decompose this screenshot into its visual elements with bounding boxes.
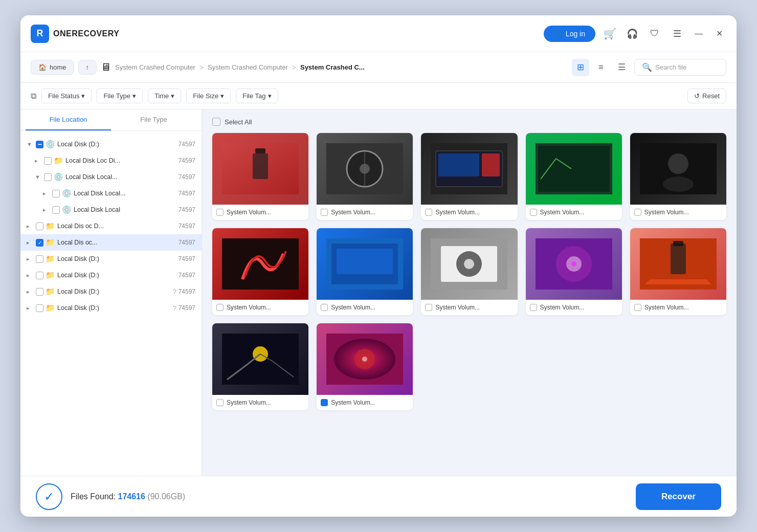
tree-item[interactable]: ▼💿Local Disk Local...74597	[20, 169, 202, 185]
shield-icon[interactable]: 🛡	[647, 26, 663, 42]
tree-checkbox[interactable]	[36, 304, 43, 312]
file-card[interactable]: System Volum...	[317, 323, 413, 410]
list-view-button[interactable]: ≡	[592, 59, 610, 76]
question-icon[interactable]: ?	[172, 288, 176, 296]
file-checkbox[interactable]	[530, 209, 537, 216]
tree-item[interactable]: ▸📁Local Disk Loc Di...74597	[20, 152, 202, 169]
close-button[interactable]: ✕	[712, 27, 726, 41]
tree-checkbox[interactable]	[36, 223, 43, 230]
item-name: Local Dis oc D...	[57, 223, 176, 230]
file-thumbnail	[212, 228, 308, 300]
expand-arrow[interactable]: ▸	[27, 272, 34, 279]
file-card[interactable]: System Volum...	[317, 228, 413, 315]
tree-item[interactable]: ▸✓📁Local Dis oc...74597	[20, 234, 202, 251]
file-checkbox[interactable]	[321, 399, 328, 406]
tree-item[interactable]: ▸📁Local Disk (D:)?74597	[20, 300, 202, 316]
tree-item[interactable]: ▸💿Local Disk Local74597	[20, 202, 202, 218]
file-label: System Volum...	[630, 300, 726, 315]
tree-item[interactable]: ▸💿Local Disk Local...74597	[20, 185, 202, 202]
tree-item[interactable]: ▸📁Local Disk (D:)74597	[20, 251, 202, 267]
app-window: R ONERECOVERY Log in 🛒 🎧 🛡 ☰ — ✕ 🏠 home …	[20, 15, 737, 517]
tab-file-location[interactable]: File Location	[26, 109, 111, 130]
tree-item[interactable]: ▼−💿Local Disk (D:)74597	[20, 136, 202, 152]
file-tag-filter[interactable]: File Tag ▾	[236, 88, 278, 103]
cart-icon[interactable]: 🛒	[602, 26, 618, 42]
file-card[interactable]: System Volum...	[421, 228, 517, 315]
file-card[interactable]: System Volum...	[630, 228, 726, 315]
file-checkbox[interactable]	[216, 209, 224, 216]
file-checkbox[interactable]	[634, 209, 641, 216]
file-checkbox[interactable]	[425, 304, 432, 311]
file-card[interactable]: System Volum...	[526, 133, 622, 220]
item-count: 74597	[179, 304, 195, 312]
item-count: 74597	[179, 157, 195, 164]
file-card[interactable]: System Volum...	[212, 323, 308, 410]
file-card[interactable]: System Volum...	[526, 228, 622, 315]
reset-button[interactable]: ↺ Reset	[687, 88, 726, 103]
file-type-filter[interactable]: File Type ▾	[97, 88, 143, 103]
file-card[interactable]: System Volum...	[212, 133, 308, 220]
breadcrumb-item-1[interactable]: System Crashed Computer	[115, 63, 195, 71]
menu-icon[interactable]: ☰	[669, 26, 685, 42]
up-button[interactable]: ↑	[78, 60, 97, 75]
file-checkbox[interactable]	[321, 304, 328, 311]
file-checkbox[interactable]	[425, 209, 432, 216]
filter-icon: ⧉	[31, 92, 36, 101]
expand-arrow[interactable]: ▸	[27, 223, 34, 230]
file-card[interactable]: System Volum...	[317, 133, 413, 220]
tree-checkbox[interactable]	[36, 272, 43, 279]
file-checkbox[interactable]	[321, 209, 328, 216]
expand-arrow[interactable]: ▸	[43, 190, 50, 197]
tree-checkbox[interactable]	[36, 255, 43, 263]
search-box[interactable]: 🔍 Search file	[634, 59, 726, 76]
file-checkbox[interactable]	[216, 304, 224, 311]
tree-checkbox[interactable]	[44, 157, 52, 165]
file-card[interactable]: System Volum...	[630, 133, 726, 220]
file-checkbox[interactable]	[530, 304, 537, 311]
expand-arrow[interactable]: ▼	[35, 174, 42, 180]
tree-checkbox[interactable]	[52, 206, 60, 214]
tree-checkbox[interactable]	[44, 173, 52, 181]
reset-icon: ↺	[694, 92, 700, 100]
tree-checkbox[interactable]	[36, 288, 43, 296]
file-card[interactable]: System Volum...	[212, 228, 308, 315]
headset-icon[interactable]: 🎧	[624, 26, 640, 42]
expand-arrow[interactable]: ▸	[27, 239, 34, 246]
file-size-filter[interactable]: File Size ▾	[186, 88, 231, 103]
home-button[interactable]: 🏠 home	[31, 60, 74, 75]
grid-view-button[interactable]: ⊞	[572, 59, 589, 76]
detail-view-button[interactable]: ☰	[613, 59, 630, 76]
tree-checkbox[interactable]: −	[36, 141, 43, 148]
tree-checkbox[interactable]	[52, 190, 60, 197]
files-count: 174616	[118, 492, 145, 501]
item-icon: 📁	[54, 156, 63, 165]
files-found-label: Files Found:	[71, 492, 116, 501]
question-icon[interactable]: ?	[172, 304, 176, 312]
main-content: File Location File Type ▼−💿Local Disk (D…	[20, 109, 737, 476]
tree-item[interactable]: ▸📁Local Dis oc D...74597	[20, 218, 202, 234]
expand-arrow[interactable]: ▸	[35, 158, 42, 164]
recover-button[interactable]: Recover	[636, 483, 721, 510]
login-button[interactable]: Log in	[544, 26, 595, 42]
item-name: Local Disk Loc Di...	[65, 157, 176, 164]
tab-file-type[interactable]: File Type	[111, 109, 196, 130]
time-filter[interactable]: Time ▾	[148, 88, 181, 103]
expand-arrow[interactable]: ▸	[43, 207, 50, 213]
file-status-filter[interactable]: File Status ▾	[41, 88, 92, 103]
file-checkbox[interactable]	[634, 304, 641, 311]
tree-item[interactable]: ▸📁Local Disk (D:)?74597	[20, 283, 202, 300]
breadcrumb-sep-2: >	[292, 63, 296, 72]
expand-arrow[interactable]: ▸	[27, 256, 34, 262]
minimize-button[interactable]: —	[692, 27, 706, 41]
file-checkbox[interactable]	[216, 399, 224, 406]
select-all-checkbox[interactable]	[212, 118, 220, 126]
breadcrumb-item-2[interactable]: System Crashed Computer	[208, 63, 288, 71]
sidebar-tree: ▼−💿Local Disk (D:)74597▸📁Local Disk Loc …	[20, 131, 202, 476]
sidebar-tabs: File Location File Type	[20, 109, 202, 131]
tree-item[interactable]: ▸📁Local Disk (D:)74597	[20, 267, 202, 283]
expand-arrow[interactable]: ▼	[27, 141, 34, 147]
expand-arrow[interactable]: ▸	[27, 305, 34, 312]
expand-arrow[interactable]: ▸	[27, 289, 34, 295]
tree-checkbox[interactable]: ✓	[36, 239, 43, 247]
file-card[interactable]: System Volum...	[421, 133, 517, 220]
